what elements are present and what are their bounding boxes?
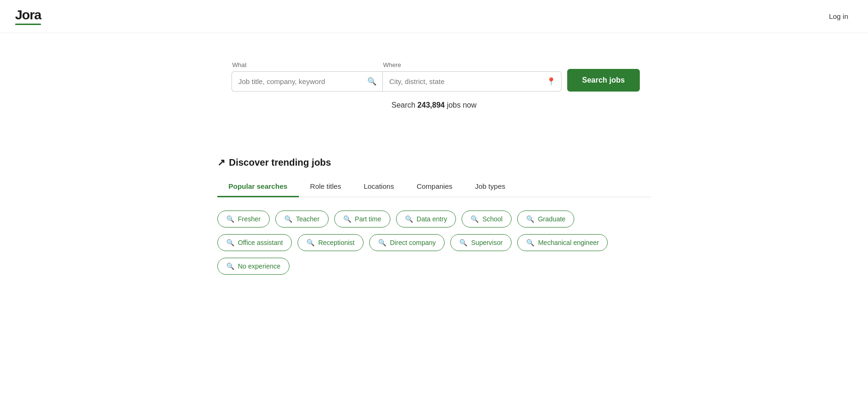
- count-number: 243,894: [417, 101, 445, 109]
- search-jobs-button[interactable]: Search jobs: [567, 69, 640, 92]
- tag-part-time-label: Part time: [355, 215, 381, 223]
- where-field: Where 📍: [382, 61, 562, 92]
- what-input[interactable]: [231, 71, 382, 92]
- where-label: Where: [382, 61, 562, 68]
- tag-data-entry-label: Data entry: [417, 215, 447, 223]
- tag-office-assistant[interactable]: 🔍 Office assistant: [217, 234, 292, 251]
- tag-search-icon: 🔍: [378, 239, 386, 246]
- tag-search-icon: 🔍: [226, 239, 234, 246]
- tag-search-icon: 🔍: [526, 239, 534, 246]
- tags-row-1: 🔍 Fresher 🔍 Teacher 🔍 Part time 🔍 Data e…: [217, 211, 651, 228]
- tag-mechanical-engineer-label: Mechanical engineer: [538, 239, 599, 246]
- where-input[interactable]: [382, 71, 562, 92]
- what-input-wrapper: 🔍: [231, 71, 382, 92]
- tag-graduate[interactable]: 🔍 Graduate: [517, 211, 574, 228]
- tag-teacher-label: Teacher: [296, 215, 320, 223]
- tag-mechanical-engineer[interactable]: 🔍 Mechanical engineer: [517, 234, 608, 251]
- what-field: What 🔍: [231, 61, 382, 92]
- tag-office-assistant-label: Office assistant: [238, 239, 283, 246]
- tab-locations[interactable]: Locations: [352, 177, 405, 197]
- what-label: What: [231, 61, 382, 68]
- tag-search-icon: 🔍: [306, 239, 314, 246]
- trending-title-text: Discover trending jobs: [229, 157, 331, 168]
- tag-part-time[interactable]: 🔍 Part time: [334, 211, 390, 228]
- tag-data-entry[interactable]: 🔍 Data entry: [396, 211, 456, 228]
- tag-direct-company[interactable]: 🔍 Direct company: [369, 234, 445, 251]
- trending-tabs: Popular searches Role titles Locations C…: [217, 177, 651, 197]
- tag-fresher-label: Fresher: [238, 215, 261, 223]
- tag-teacher[interactable]: 🔍 Teacher: [275, 211, 329, 228]
- tag-receptionist-label: Receptionist: [318, 239, 355, 246]
- count-prefix: Search: [391, 101, 417, 109]
- where-input-wrapper: 📍: [382, 71, 562, 92]
- tag-receptionist[interactable]: 🔍 Receptionist: [298, 234, 364, 251]
- trending-section: ↗ Discover trending jobs Popular searche…: [208, 157, 661, 275]
- search-count: Search 243,894 jobs now: [391, 101, 477, 110]
- tag-search-icon: 🔍: [459, 239, 467, 246]
- trending-icon: ↗: [217, 157, 225, 168]
- jora-logo: Jora: [15, 8, 41, 25]
- tag-graduate-label: Graduate: [538, 215, 565, 223]
- tag-supervisor[interactable]: 🔍 Supervisor: [450, 234, 512, 251]
- tag-search-icon: 🔍: [526, 215, 534, 223]
- tag-search-icon: 🔍: [405, 215, 413, 223]
- tag-school[interactable]: 🔍 School: [462, 211, 512, 228]
- tag-search-icon: 🔍: [471, 215, 479, 223]
- tag-search-icon: 🔍: [284, 215, 292, 223]
- tags-row-2: 🔍 Office assistant 🔍 Receptionist 🔍 Dire…: [217, 234, 651, 251]
- tag-direct-company-label: Direct company: [390, 239, 436, 246]
- tag-fresher[interactable]: 🔍 Fresher: [217, 211, 270, 228]
- tab-job-types[interactable]: Job types: [464, 177, 517, 197]
- hero-section: What 🔍 Where 📍 Search jobs Search 243,89…: [0, 33, 868, 128]
- tag-search-icon: 🔍: [226, 262, 234, 270]
- tag-no-experience-label: No experience: [238, 262, 281, 270]
- trending-title: ↗ Discover trending jobs: [217, 157, 651, 168]
- tags-row-3: 🔍 No experience: [217, 258, 651, 275]
- tag-search-icon: 🔍: [226, 215, 234, 223]
- tag-school-label: School: [482, 215, 503, 223]
- tag-search-icon: 🔍: [343, 215, 351, 223]
- tab-companies[interactable]: Companies: [405, 177, 464, 197]
- tag-supervisor-label: Supervisor: [471, 239, 503, 246]
- search-container: What 🔍 Where 📍 Search jobs: [231, 61, 637, 92]
- tag-no-experience[interactable]: 🔍 No experience: [217, 258, 289, 275]
- tab-popular-searches[interactable]: Popular searches: [217, 177, 299, 197]
- tab-role-titles[interactable]: Role titles: [299, 177, 353, 197]
- count-suffix: jobs now: [445, 101, 477, 109]
- login-button[interactable]: Log in: [824, 9, 853, 23]
